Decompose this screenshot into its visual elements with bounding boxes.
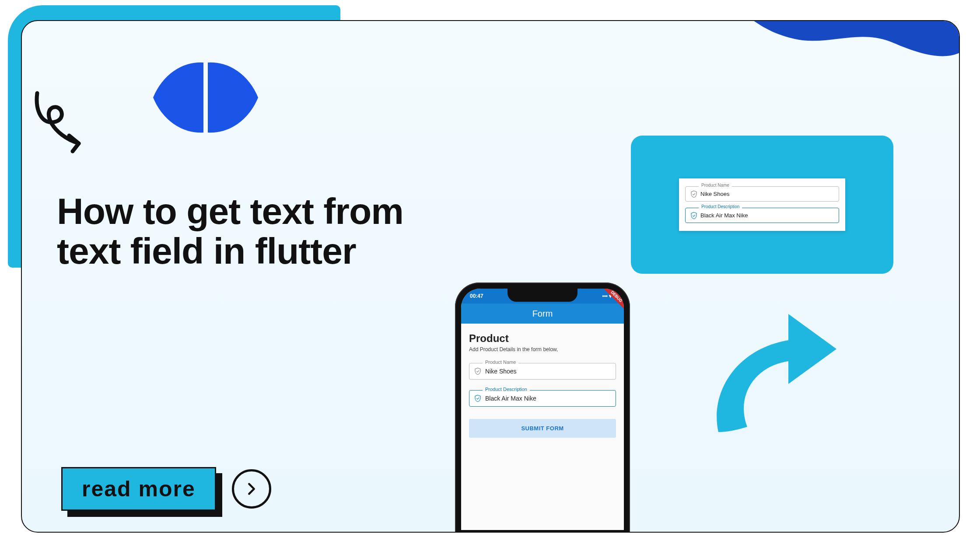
- shield-check-icon: [474, 367, 482, 375]
- callout-product-name-label: Product Name: [699, 183, 732, 188]
- product-name-label: Product Name: [483, 359, 518, 365]
- banner-canvas: How to get text from text field in flutt…: [21, 20, 960, 533]
- app-bar-title: Form: [532, 309, 553, 319]
- app-bar: Form: [461, 303, 624, 324]
- read-more-arrow-button[interactable]: [232, 469, 271, 509]
- product-name-value: Nike Shoes: [485, 368, 517, 375]
- product-description-value: Black Air Max Nike: [485, 395, 536, 402]
- callout-product-description-label: Product Description: [699, 204, 742, 209]
- phone-mockup: DEBUG 00:47 ••• ▾ ▪ Form Product Add Pro…: [455, 282, 630, 533]
- callout-product-description-value: Black Air Max Nike: [700, 212, 748, 219]
- curly-arrow-icon: [31, 87, 109, 157]
- phone-screen: DEBUG 00:47 ••• ▾ ▪ Form Product Add Pro…: [461, 289, 624, 530]
- shield-check-icon: [474, 394, 482, 402]
- phone-notch: [508, 289, 578, 302]
- status-time: 00:47: [470, 293, 483, 299]
- screen-heading: Product: [469, 332, 616, 345]
- submit-form-button[interactable]: SUBMIT FORM: [469, 419, 616, 438]
- fields-callout: Product Name Nike Shoes Product Descript…: [631, 136, 893, 274]
- bowtie-logo-icon: [144, 54, 267, 141]
- fields-callout-card: Product Name Nike Shoes Product Descript…: [679, 178, 845, 231]
- headline-text: How to get text from text field in flutt…: [57, 192, 416, 271]
- read-more-button[interactable]: read more: [61, 467, 216, 511]
- shield-check-icon: [690, 212, 698, 220]
- callout-product-name-field: Product Name Nike Shoes: [685, 186, 839, 202]
- shield-check-icon: [690, 190, 698, 198]
- product-description-label: Product Description: [483, 387, 530, 392]
- product-description-field[interactable]: Product Description Black Air Max Nike: [469, 390, 616, 407]
- curved-arrow-icon: [705, 301, 845, 441]
- read-more-shadow: read more: [61, 467, 216, 511]
- chevron-right-icon: [244, 481, 259, 496]
- callout-product-description-field: Product Description Black Air Max Nike: [685, 208, 839, 223]
- read-more-group: read more: [61, 467, 271, 511]
- phone-body: Product Add Product Details in the form …: [461, 324, 624, 446]
- decorative-blob: [727, 20, 960, 82]
- callout-product-name-value: Nike Shoes: [700, 191, 729, 197]
- screen-subheading: Add Product Details in the form below,: [469, 346, 616, 352]
- product-name-field[interactable]: Product Name Nike Shoes: [469, 363, 616, 380]
